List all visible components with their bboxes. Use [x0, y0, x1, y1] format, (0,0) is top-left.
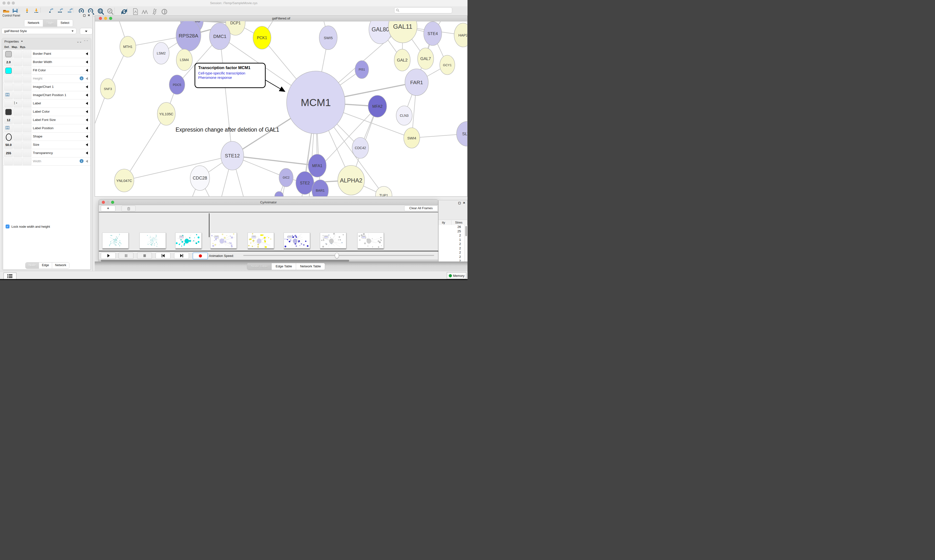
table-row[interactable]: 2: [438, 251, 464, 255]
property-row-label-position[interactable]: Label Position: [3, 124, 90, 132]
tab-select[interactable]: Select: [57, 20, 73, 26]
delete-frame-button[interactable]: [122, 206, 136, 211]
close-table-panel-icon[interactable]: ✕: [463, 201, 465, 205]
node-dmc1[interactable]: DMC1: [210, 23, 230, 50]
expand-row-icon[interactable]: [86, 152, 88, 154]
frames-timeline[interactable]: 0123456789 Seconds: [99, 212, 438, 250]
property-row-image-chart-1[interactable]: Image/Chart 1: [3, 83, 90, 91]
task-history-button[interactable]: [3, 272, 17, 280]
frame-thumbnail-6[interactable]: [284, 232, 310, 249]
document-icon[interactable]: [132, 8, 139, 15]
edge-ynl047c-ste12[interactable]: [124, 156, 232, 180]
color-swatch[interactable]: [5, 68, 12, 74]
record-button[interactable]: [193, 252, 208, 259]
bypass-cell[interactable]: [23, 117, 31, 124]
info-icon[interactable]: i: [80, 159, 83, 163]
memory-button[interactable]: Memory: [447, 272, 466, 279]
expand-row-icon[interactable]: [86, 69, 88, 72]
search-network-icon[interactable]: [141, 8, 148, 15]
property-row-label-font-size[interactable]: 12Label Font Size: [3, 116, 90, 124]
expand-row-icon[interactable]: [86, 127, 88, 130]
expand-all-icon[interactable]: ⌄⌄: [76, 40, 82, 43]
default-value-cell[interactable]: 12: [4, 117, 13, 124]
node-yil105c[interactable]: YIL105C: [157, 102, 175, 125]
expand-row-icon[interactable]: [86, 143, 88, 146]
annotation-box[interactable]: Transcription factor MCM1 Cell-type-spec…: [194, 63, 265, 88]
default-value-cell[interactable]: [4, 108, 13, 115]
zoom-fit-icon[interactable]: [97, 8, 104, 15]
node-rps28a[interactable]: RPS28A: [176, 21, 201, 51]
column-header-stress[interactable]: Stres: [455, 221, 462, 224]
scrollbar-thumb[interactable]: [101, 260, 349, 262]
mapping-cell[interactable]: [13, 58, 22, 66]
node-pis1[interactable]: PIS1: [355, 61, 369, 78]
play-button[interactable]: [101, 252, 116, 259]
node-cdc42[interactable]: CDC42: [352, 137, 369, 158]
tab-edge[interactable]: Edge: [39, 263, 52, 269]
default-value-cell[interactable]: 255: [4, 149, 13, 157]
default-value-cell[interactable]: [4, 67, 13, 74]
column-header-centrality[interactable]: ity: [442, 221, 445, 224]
node-gal11[interactable]: GAL11: [388, 21, 417, 43]
node-mfa2[interactable]: MFA2: [368, 95, 387, 117]
property-row-label-color[interactable]: Label Color: [3, 108, 90, 116]
node-cdc28[interactable]: CDC28: [190, 166, 210, 191]
property-row-shape[interactable]: Shape: [3, 132, 90, 141]
bypass-cell[interactable]: [23, 67, 31, 74]
tab-network[interactable]: Network: [24, 20, 43, 26]
slider-handle[interactable]: [335, 253, 339, 258]
default-value-cell[interactable]: [4, 83, 13, 91]
bypass-cell[interactable]: [23, 158, 31, 165]
timeline-playhead[interactable]: [209, 213, 210, 237]
node-cln3[interactable]: CLN3: [396, 106, 412, 125]
expand-row-icon[interactable]: [86, 118, 88, 122]
node-ste12[interactable]: STE12: [221, 142, 244, 170]
mapping-cell[interactable]: [13, 108, 22, 115]
pause-button[interactable]: [119, 252, 133, 259]
default-value-cell[interactable]: [4, 50, 13, 58]
bypass-cell[interactable]: [23, 83, 31, 91]
frame-thumbnail-1[interactable]: [102, 232, 128, 249]
table-row[interactable]: 26: [438, 225, 464, 229]
default-value-cell[interactable]: [4, 100, 13, 107]
node-lsm2[interactable]: LSM2: [153, 42, 169, 64]
skip-start-button[interactable]: [156, 252, 170, 259]
mapping-cell[interactable]: [13, 75, 22, 83]
node-snf3[interactable]: SNF3: [100, 78, 116, 99]
frame-thumbnail-5[interactable]: [248, 232, 274, 249]
tab-network-bottom[interactable]: Network: [52, 263, 69, 269]
property-row-height[interactable]: Heighti: [3, 74, 90, 83]
info-icon[interactable]: i: [80, 76, 83, 80]
expand-row-icon[interactable]: [86, 85, 88, 88]
network-canvas[interactable]: RPS28BDCP1RPS28ADMC1PCK1SWI5GAL80GAL11ST…: [95, 21, 467, 196]
node-far1[interactable]: FAR1: [405, 69, 428, 95]
expand-row-icon[interactable]: [86, 160, 88, 163]
edge-dmc1-ste12[interactable]: [220, 36, 232, 156]
node-ste4[interactable]: STE4: [424, 22, 442, 46]
refresh-icon[interactable]: [121, 8, 128, 15]
bypass-cell[interactable]: [23, 108, 31, 115]
bypass-cell[interactable]: [23, 125, 31, 132]
default-value-cell[interactable]: [4, 75, 13, 83]
table-row[interactable]: 2: [438, 242, 464, 246]
property-row-width[interactable]: Widthi: [3, 157, 90, 166]
node-gal7[interactable]: GAL7: [418, 48, 434, 69]
color-swatch[interactable]: [5, 51, 12, 57]
checkbox-checked-icon[interactable]: ✓: [6, 225, 9, 228]
node-ynl047c[interactable]: YNL047C: [114, 169, 134, 192]
node-hap2[interactable]: HAP2: [454, 23, 467, 47]
annotation-link[interactable]: Pheromone response: [198, 75, 262, 80]
bypass-cell[interactable]: [23, 58, 31, 66]
bypass-cell[interactable]: [23, 75, 31, 83]
tab-node[interactable]: Node: [26, 263, 39, 269]
mapping-cell[interactable]: [13, 117, 22, 124]
frame-thumbnail-4[interactable]: [210, 232, 237, 249]
node-swi4[interactable]: SWI4: [404, 128, 420, 148]
mapping-cell[interactable]: [13, 149, 22, 157]
table-row[interactable]: 2: [438, 246, 464, 251]
frame-thumbnail-3[interactable]: [175, 232, 202, 249]
node-alpha2[interactable]: ALPHA2: [338, 165, 364, 195]
float-panel-icon[interactable]: ▢: [83, 14, 86, 17]
expand-row-icon[interactable]: [86, 110, 88, 113]
property-row-transparency[interactable]: 255Transparency: [3, 149, 90, 157]
